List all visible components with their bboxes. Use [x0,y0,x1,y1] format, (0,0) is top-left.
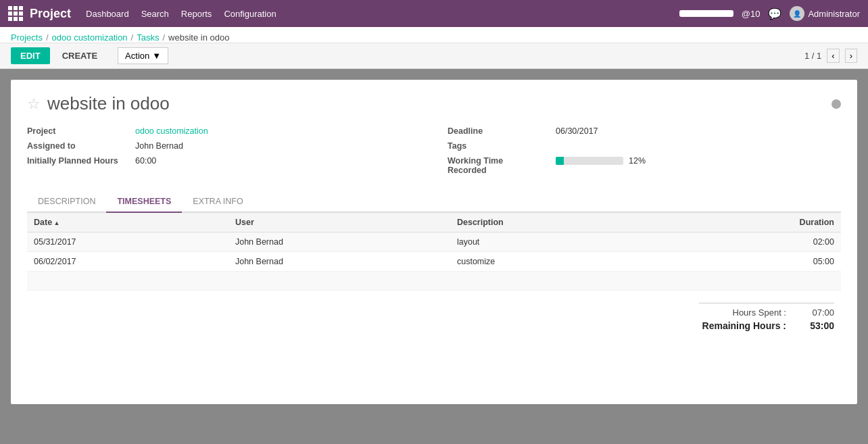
breadcrumb-sep-2: / [131,32,134,43]
fields-left: Project odoo customization Assigned to J… [27,126,420,175]
progress-bar-outer [556,157,623,165]
notifications[interactable]: @10 [742,9,761,19]
field-assigned: Assigned to John Bernad [27,141,420,151]
nav-reports[interactable]: Reports [181,9,212,19]
timesheet-table: Date User Description Duration 05/31/201… [27,213,841,291]
breadcrumb-tasks[interactable]: Tasks [137,32,159,43]
action-button[interactable]: Action ▼ [118,47,168,64]
total-divider [699,303,834,303]
breadcrumb-current: website in odoo [168,32,229,43]
table-header-row: Date User Description Duration [27,213,841,232]
cell-description-1: layout [450,232,667,252]
topnav-menu: Dashboard Search Reports Configuration [86,9,276,19]
cell-duration-2: 05:00 [667,252,841,272]
add-timesheet-area[interactable] [27,272,841,291]
cell-date-1: 05/31/2017 [27,232,228,252]
cell-user-1: John Bernad [228,232,450,252]
task-title: website in odoo [47,93,170,114]
breadcrumb-projects[interactable]: Projects [11,32,43,43]
deadline-value: 06/30/2017 [556,126,598,136]
field-deadline: Deadline 06/30/2017 [448,126,841,136]
status-dot [831,99,841,109]
topnav-progress [679,10,733,17]
grid-icon[interactable] [8,6,23,21]
nav-configuration[interactable]: Configuration [224,9,276,19]
main-area: ☆ website in odoo Project odoo customiza… [0,69,868,415]
table-row: 05/31/2017 John Bernad layout 02:00 [27,232,841,252]
tabs-row: DESCRIPTION TIMESHEETS EXTRA INFO [27,191,841,213]
cell-user-2: John Bernad [228,252,450,272]
title-row: ☆ website in odoo [27,93,841,114]
assigned-value: John Bernad [135,141,183,151]
field-tags: Tags [448,141,841,151]
cell-description-2: customize [450,252,667,272]
progress-bar-inner [556,157,564,165]
assigned-label: Assigned to [27,141,128,151]
cell-duration-1: 02:00 [667,232,841,252]
action-label: Action [125,51,149,61]
progress-wrap: 12% [556,156,646,166]
user-menu[interactable]: 👤 Administrator [790,6,860,21]
chat-icon[interactable]: 💬 [768,7,781,20]
pagination-prev[interactable]: ‹ [827,49,839,63]
hours-spent-label: Hours Spent : [698,307,786,318]
planned-hours-value: 60:00 [135,156,156,166]
breadcrumb-sep-3: / [162,32,165,43]
star-icon[interactable]: ☆ [27,95,41,113]
tab-extra-info[interactable]: EXTRA INFO [182,191,254,213]
breadcrumb-odoo-customization[interactable]: odoo customization [52,32,128,43]
col-header-duration[interactable]: Duration [667,213,841,232]
nav-search[interactable]: Search [141,9,169,19]
remaining-hours-label: Remaining Hours : [698,320,786,331]
deadline-label: Deadline [448,126,549,136]
col-header-user[interactable]: User [228,213,450,232]
topnav: Project Dashboard Search Reports Configu… [0,0,868,27]
tags-label: Tags [448,141,549,151]
working-time-label: Working Time Recorded [448,156,549,175]
project-label: Project [27,126,128,136]
table-row: 06/02/2017 John Bernad customize 05:00 [27,252,841,272]
col-header-description[interactable]: Description [450,213,667,232]
username: Administrator [808,9,860,19]
app-title: Project [30,7,71,21]
progress-pct: 12% [629,156,646,166]
hours-spent-row: Hours Spent : 07:00 [698,307,834,318]
edit-button[interactable]: EDIT [11,47,50,64]
remaining-hours-row: Remaining Hours : 53:00 [698,320,834,331]
planned-hours-label: Initially Planned Hours [27,156,128,166]
breadcrumb-sep-1: / [46,32,49,43]
hours-spent-value: 07:00 [797,307,834,318]
field-working-time: Working Time Recorded 12% [448,156,841,175]
breadcrumb-bar: Projects / odoo customization / Tasks / … [0,27,868,43]
form-card: ☆ website in odoo Project odoo customiza… [11,80,857,404]
project-value[interactable]: odoo customization [135,126,208,136]
pagination-next[interactable]: › [845,49,857,63]
field-planned-hours: Initially Planned Hours 60:00 [27,156,420,166]
create-button[interactable]: CREATE [55,47,104,64]
col-header-date[interactable]: Date [27,213,228,232]
action-bar: EDIT CREATE Action ▼ 1 / 1 ‹ › [0,43,868,69]
tab-timesheets[interactable]: TIMESHEETS [106,191,182,213]
action-chevron-icon: ▼ [152,51,161,61]
nav-dashboard[interactable]: Dashboard [86,9,129,19]
tab-description[interactable]: DESCRIPTION [27,191,106,213]
remaining-hours-value: 53:00 [797,320,834,331]
pagination-count: 1 / 1 [804,51,821,61]
avatar: 👤 [790,6,804,21]
fields-section: Project odoo customization Assigned to J… [27,126,841,175]
cell-date-2: 06/02/2017 [27,252,228,272]
fields-right: Deadline 06/30/2017 Tags Working Time Re… [448,126,841,175]
totals-section: Hours Spent : 07:00 Remaining Hours : 53… [27,303,841,334]
pagination: 1 / 1 ‹ › [804,49,857,63]
topnav-right: @10 💬 👤 Administrator [679,6,860,21]
add-row[interactable] [27,272,841,291]
field-project: Project odoo customization [27,126,420,136]
